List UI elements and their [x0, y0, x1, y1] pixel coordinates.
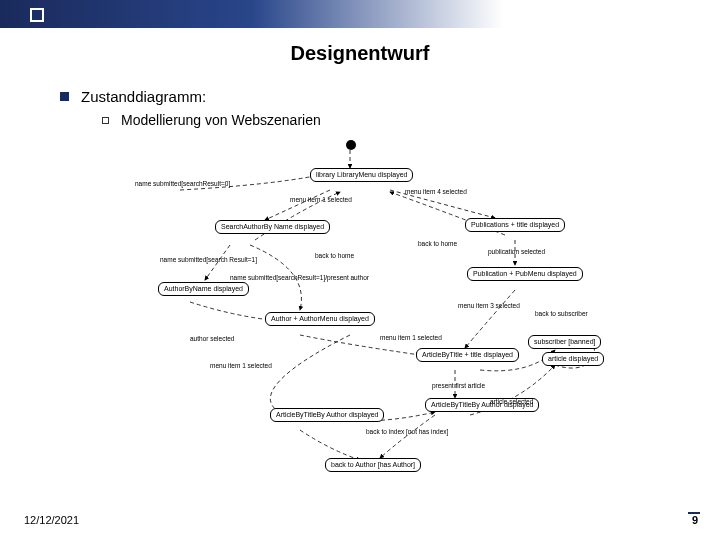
- label-back-search-index: back to index [not has index]: [366, 428, 448, 435]
- state-library-menu: library LibraryMenu displayed: [310, 168, 413, 182]
- state-search-author: SearchAuthorBy Name displayed: [215, 220, 330, 234]
- label-name-submitted-null: name submitted[searchResult=0]: [135, 180, 230, 187]
- header-square-icon: [30, 8, 44, 22]
- footer-date: 12/12/2021: [24, 514, 79, 526]
- slide-title: Designentwurf: [0, 42, 720, 65]
- slide-header-bar: [0, 0, 720, 28]
- label-back-home-1: back to home: [315, 252, 354, 259]
- state-author-menu: Author + AuthorMenu displayed: [265, 312, 375, 326]
- state-diagram: library LibraryMenu displayed SearchAuth…: [100, 140, 660, 490]
- label-name-submitted-present: name submitted[searchResult=1]/present a…: [230, 274, 369, 281]
- label-menu-item-1: menu item 1 selected: [290, 196, 352, 203]
- sub2-text: Modellierung von Webszenarien: [121, 112, 321, 128]
- label-pub-selected: publication selected: [488, 248, 545, 255]
- label-article-selected: article selected: [490, 398, 533, 405]
- label-menu-item-1-c: menu item 1 selected: [210, 362, 272, 369]
- footer-page-number: 9: [692, 514, 698, 526]
- state-author-by-name: AuthorByName displayed: [158, 282, 249, 296]
- bullet-level-2: Modellierung von Webszenarien: [102, 112, 321, 128]
- label-menu-item-3: menu item 3 selected: [458, 302, 520, 309]
- bullet-square-icon: [60, 92, 69, 101]
- state-article-displayed: article displayed: [542, 352, 604, 366]
- state-back-final: back to Author [has Author]: [325, 458, 421, 472]
- label-menu-item-4: menu item 4 selected: [405, 188, 467, 195]
- state-article-by-title-by2: ArticleByTitleBy Author displayed: [270, 408, 384, 422]
- label-name-submitted-search: name submitted[search Result=1]: [160, 256, 257, 263]
- state-article-by-title: ArticleByTitle + title displayed: [416, 348, 519, 362]
- label-menu-item-1-b: menu item 1 selected: [380, 334, 442, 341]
- sub1-text: Zustanddiagramm:: [81, 88, 206, 105]
- state-publication-pub: Publication + PubMenu displayed: [467, 267, 583, 281]
- label-present-first: present first article: [432, 382, 485, 389]
- bullet-level-1: Zustanddiagramm:: [60, 88, 206, 105]
- state-publications: Publications + title displayed: [465, 218, 565, 232]
- label-back-home-2: back to home: [418, 240, 457, 247]
- start-node-icon: [346, 140, 356, 150]
- label-back-subscriber: back to subscriber: [535, 310, 588, 317]
- bullet-open-icon: [102, 117, 109, 124]
- label-author-selected: author selected: [190, 335, 234, 342]
- state-subscriber: subscriber [banned]: [528, 335, 601, 349]
